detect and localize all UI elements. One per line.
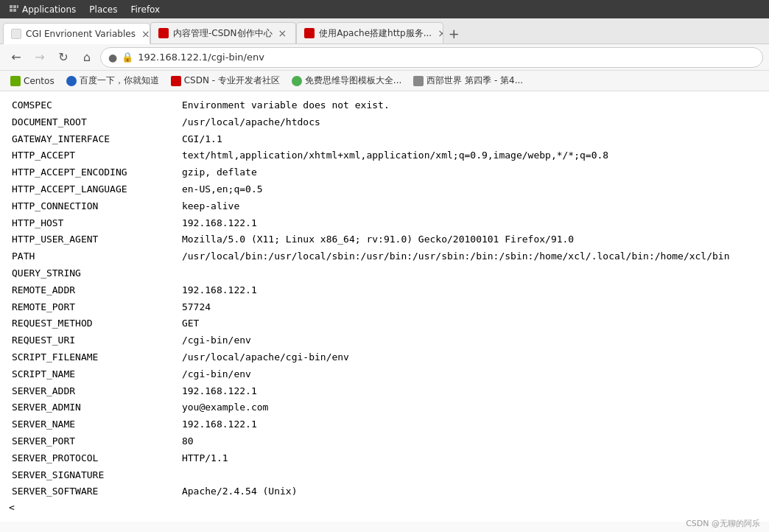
tab-csdn1[interactable]: 内容管理-CSDN创作中心 × bbox=[150, 22, 296, 43]
env-var-value: 192.168.122.1 bbox=[179, 282, 760, 299]
env-var-value: GET bbox=[179, 315, 760, 332]
env-var-name: HTTP_USER_AGENT bbox=[9, 231, 179, 248]
menu-firefox[interactable]: Firefox bbox=[124, 3, 166, 16]
back-button[interactable]: ← bbox=[6, 47, 27, 68]
env-var-value bbox=[179, 265, 760, 282]
env-var-value: /usr/local/apache/cgi-bin/env bbox=[179, 349, 760, 366]
home-button[interactable]: ⌂ bbox=[77, 47, 97, 68]
tab-label-csdn1: 内容管理-CSDN创作中心 bbox=[173, 27, 273, 40]
grid-icon bbox=[9, 4, 19, 15]
westworld-icon bbox=[413, 76, 424, 86]
env-var-value: /cgi-bin/env bbox=[179, 366, 760, 383]
env-var-value: gzip, deflate bbox=[179, 164, 760, 181]
env-var-value: text/html,application/xhtml+xml,applicat… bbox=[179, 147, 760, 164]
bookmark-csdn[interactable]: CSDN - 专业开发者社区 bbox=[166, 73, 284, 88]
table-row: SERVER_PORT80 bbox=[9, 433, 760, 450]
new-tab-button[interactable]: + bbox=[443, 23, 464, 43]
table-row: REQUEST_METHODGET bbox=[9, 315, 760, 332]
tab-csdn2[interactable]: 使用Apache搭建http服务... × bbox=[296, 22, 443, 43]
bookmark-csdn-label: CSDN - 专业开发者社区 bbox=[184, 74, 280, 87]
table-row: HTTP_ACCEPTtext/html,application/xhtml+x… bbox=[9, 147, 760, 164]
table-row: QUERY_STRING bbox=[9, 265, 760, 282]
footer: CSDN @无聊的阿乐 bbox=[677, 515, 769, 522]
env-var-value: 192.168.122.1 bbox=[179, 383, 760, 400]
tab-cgi[interactable]: CGI Envrionent Variables × bbox=[3, 23, 150, 44]
env-var-name: GATEWAY_INTERFACE bbox=[9, 131, 179, 148]
bookmark-mindmap[interactable]: 免费思维导图模板大全... bbox=[287, 73, 406, 88]
env-var-value: Mozilla/5.0 (X11; Linux x86_64; rv:91.0)… bbox=[179, 231, 760, 248]
table-row: HTTP_HOST192.168.122.1 bbox=[9, 215, 760, 232]
env-var-name: HTTP_ACCEPT_LANGUAGE bbox=[9, 181, 179, 198]
content-area: COMSPECEnvironment variable does not exi… bbox=[0, 91, 769, 522]
menu-firefox-label: Firefox bbox=[130, 4, 160, 15]
env-var-value: 57724 bbox=[179, 299, 760, 316]
shield-icon: ● bbox=[108, 52, 117, 63]
lock-icon: 🔒 bbox=[122, 52, 133, 63]
env-var-name: COMSPEC bbox=[9, 97, 179, 114]
env-var-name: SERVER_ADMIN bbox=[9, 399, 179, 416]
forward-button[interactable]: → bbox=[29, 47, 50, 68]
svg-rect-1 bbox=[13, 5, 16, 8]
menu-applications[interactable]: Applications bbox=[3, 3, 82, 16]
env-var-name: HTTP_ACCEPT_ENCODING bbox=[9, 164, 179, 181]
baidu-icon bbox=[66, 76, 77, 86]
env-var-value: Apache/2.4.54 (Unix) bbox=[179, 483, 760, 500]
menu-bar: Applications Places Firefox bbox=[0, 0, 769, 18]
reload-button[interactable]: ↻ bbox=[53, 47, 74, 68]
env-var-name: SERVER_SOFTWARE bbox=[9, 483, 179, 500]
bookmark-westworld[interactable]: 西部世界 第四季 - 第4... bbox=[409, 73, 527, 88]
csdn-icon bbox=[171, 76, 181, 86]
env-var-value: /usr/local/bin:/usr/local/sbin:/usr/bin:… bbox=[179, 248, 760, 265]
env-var-value: 80 bbox=[179, 433, 760, 450]
table-row: HTTP_ACCEPT_ENCODINGgzip, deflate bbox=[9, 164, 760, 181]
bookmark-centos[interactable]: Centos bbox=[6, 74, 59, 88]
tab-close-csdn1[interactable]: × bbox=[277, 27, 289, 39]
env-var-name: REMOTE_PORT bbox=[9, 299, 179, 316]
env-var-name: REQUEST_METHOD bbox=[9, 315, 179, 332]
env-var-name: HTTP_HOST bbox=[9, 215, 179, 232]
bookmark-baidu[interactable]: 百度一下，你就知道 bbox=[62, 73, 164, 88]
env-var-name: SERVER_PORT bbox=[9, 433, 179, 450]
env-var-name: SERVER_NAME bbox=[9, 416, 179, 433]
env-var-value: Environment variable does not exist. bbox=[179, 97, 760, 114]
env-var-name: PATH bbox=[9, 248, 179, 265]
menu-places-label: Places bbox=[89, 4, 117, 15]
env-var-name: QUERY_STRING bbox=[9, 265, 179, 282]
menu-places[interactable]: Places bbox=[83, 3, 123, 16]
table-row: SERVER_ADDR192.168.122.1 bbox=[9, 383, 760, 400]
closing-tag: < bbox=[9, 500, 760, 516]
bookmark-mindmap-label: 免费思维导图模板大全... bbox=[305, 74, 401, 87]
table-row: SERVER_PROTOCOLHTTP/1.1 bbox=[9, 450, 760, 467]
env-var-name: DOCUMENT_ROOT bbox=[9, 114, 179, 131]
tab-close-cgi[interactable]: × bbox=[140, 28, 150, 40]
env-var-value: you@example.com bbox=[179, 399, 760, 416]
address-bar[interactable]: ● 🔒 192.168.122.1/cgi-bin/env bbox=[100, 47, 763, 68]
env-table: COMSPECEnvironment variable does not exi… bbox=[9, 97, 760, 500]
env-var-value: CGI/1.1 bbox=[179, 131, 760, 148]
table-row: SCRIPT_NAME/cgi-bin/env bbox=[9, 366, 760, 383]
table-row: REMOTE_PORT57724 bbox=[9, 299, 760, 316]
env-var-name: REMOTE_ADDR bbox=[9, 282, 179, 299]
menu-applications-label: Applications bbox=[22, 4, 76, 15]
env-var-value: keep-alive bbox=[179, 198, 760, 215]
tab-favicon-csdn1 bbox=[158, 28, 169, 38]
tab-bar: CGI Envrionent Variables × 内容管理-CSDN创作中心… bbox=[0, 18, 769, 44]
tab-close-csdn2[interactable]: × bbox=[436, 27, 443, 39]
env-var-name: HTTP_ACCEPT bbox=[9, 147, 179, 164]
table-row: REQUEST_URI/cgi-bin/env bbox=[9, 332, 760, 349]
footer-text: CSDN @无聊的阿乐 bbox=[686, 519, 760, 522]
table-row: SERVER_NAME192.168.122.1 bbox=[9, 416, 760, 433]
env-var-value: /cgi-bin/env bbox=[179, 332, 760, 349]
table-row: HTTP_ACCEPT_LANGUAGEen-US,en;q=0.5 bbox=[9, 181, 760, 198]
bookmark-westworld-label: 西部世界 第四季 - 第4... bbox=[426, 74, 523, 87]
address-text: 192.168.122.1/cgi-bin/env bbox=[138, 52, 755, 63]
table-row: SERVER_ADMINyou@example.com bbox=[9, 399, 760, 416]
table-row: HTTP_CONNECTIONkeep-alive bbox=[9, 198, 760, 215]
env-var-value: /usr/local/apache/htdocs bbox=[179, 114, 760, 131]
table-row: GATEWAY_INTERFACECGI/1.1 bbox=[9, 131, 760, 148]
env-var-name: SCRIPT_FILENAME bbox=[9, 349, 179, 366]
table-row: SERVER_SOFTWAREApache/2.4.54 (Unix) bbox=[9, 483, 760, 500]
tab-label-cgi: CGI Envrionent Variables bbox=[26, 29, 136, 39]
tab-favicon-csdn2 bbox=[304, 28, 315, 38]
centos-icon bbox=[10, 76, 21, 86]
